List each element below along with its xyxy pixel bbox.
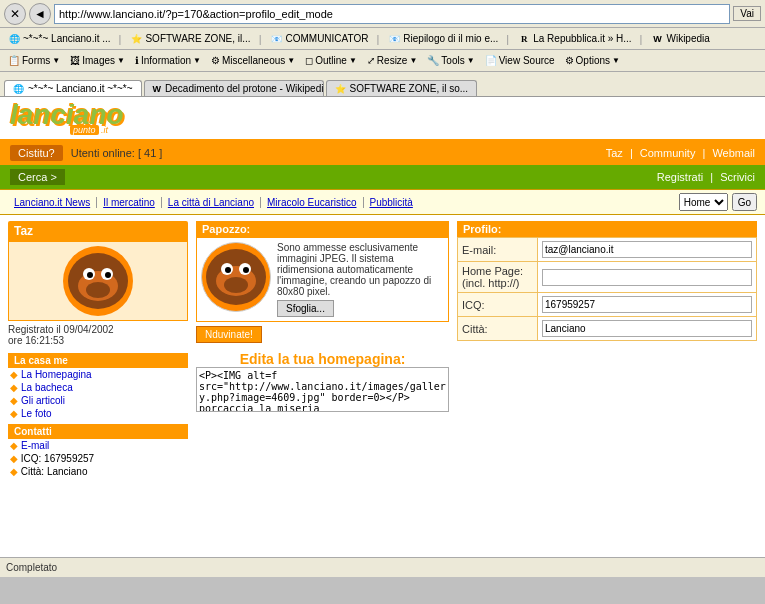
back-button[interactable]: ◄ (29, 3, 51, 25)
forms-icon: 📋 (8, 55, 20, 66)
site-header: lanciano punto .it (0, 97, 765, 141)
tab-icon: W (153, 84, 162, 94)
homepage-input[interactable] (542, 269, 752, 286)
edit-textarea[interactable]: <P><IMG alt=f src="http://www.lanciano.i… (196, 367, 449, 412)
cat-miracolo[interactable]: Miracolo Eucaristico (261, 197, 363, 208)
papozzo-description: Sono ammesse esclusivamente immagini JPE… (277, 242, 444, 317)
bookmark-lanciano[interactable]: 🌐 ~*~*~ Lanciano.it ... (4, 31, 114, 47)
go-button[interactable]: Go (732, 193, 757, 211)
svg-point-12 (243, 267, 249, 273)
icq-label: ICQ: (458, 293, 538, 317)
cat-news[interactable]: Lanciano.it News (8, 197, 97, 208)
cistitu-button[interactable]: Cistitu? (10, 145, 63, 161)
bookmark-icon: W (650, 32, 664, 46)
cerca-button[interactable]: Cerca > (10, 169, 65, 185)
close-button[interactable]: ✕ (4, 3, 26, 25)
taz-link[interactable]: Taz (606, 147, 623, 159)
tab-software-zone[interactable]: ⭐ SOFTWARE ZONE, il so... (326, 80, 478, 96)
papozzo-preview (201, 242, 271, 312)
category-right: Home Go (679, 193, 757, 211)
information-button[interactable]: ℹ Information▼ (131, 53, 205, 68)
bookmark-icon: ⭐ (129, 32, 143, 46)
section-casa-me: La casa me (8, 353, 188, 368)
email-cell (538, 238, 757, 262)
logo-area: lanciano punto .it (10, 101, 270, 135)
user-header: Taz (8, 221, 188, 241)
bookmark-wikipedia[interactable]: W Wikipedia (647, 31, 712, 47)
cat-pubblicita[interactable]: Pubblicità (364, 197, 419, 208)
right-column: Profilo: E-mail: Home Page:(incl. http:/… (457, 221, 757, 478)
resize-icon: ⤢ (367, 55, 375, 66)
green-right-links: Registrati | Scrivici (657, 171, 755, 183)
icq-cell (538, 293, 757, 317)
left-column: Taz Registrato il 09/04/2002 (8, 221, 188, 478)
tabs-bar: 🌐 ~*~*~ Lanciano.it ~*~*~ W Decadimento … (0, 72, 765, 96)
svg-point-5 (105, 272, 111, 278)
forms-button[interactable]: 📋 Forms▼ (4, 53, 64, 68)
bookmark-riepilogo[interactable]: 📧 Riepilogo di il mio e... (384, 31, 501, 47)
tools-icon: 🔧 (427, 55, 439, 66)
status-text: Completato (6, 562, 57, 573)
community-link[interactable]: Community (640, 147, 696, 159)
resize-button[interactable]: ⤢ Resize▼ (363, 53, 422, 68)
view-source-icon: 📄 (485, 55, 497, 66)
misc-icon: ⚙ (211, 55, 220, 66)
email-input[interactable] (542, 241, 752, 258)
nav-right-links: Taz | Community | Webmail (606, 147, 755, 159)
nduvinate-button[interactable]: Nduvinate! (196, 326, 262, 343)
papozzo-header: Papozzo: (196, 221, 449, 237)
email-label: E-mail: (458, 238, 538, 262)
user-registration: Registrato il 09/04/2002 ore 16:21:53 (8, 321, 188, 349)
outline-button[interactable]: ◻ Outline▼ (301, 53, 361, 68)
green-nav-bar: Cerca > Registrati | Scrivici (0, 165, 765, 189)
view-source-button[interactable]: 📄 View Source (481, 53, 559, 68)
go-button[interactable]: Vai (733, 6, 761, 21)
nav-toolbar: ✕ ◄ Vai (0, 0, 765, 28)
bookmark-icon: R (517, 32, 531, 46)
cat-mercatino[interactable]: Il mercatino (97, 197, 162, 208)
status-bar: Completato (0, 557, 765, 577)
homepagina-link[interactable]: ◆ La Homepagina (8, 368, 188, 381)
tab-wikipedia[interactable]: W Decadimento del protone - Wikipedia (144, 80, 324, 96)
logo-subtitle: punto .it (70, 125, 270, 135)
sfoglia-button[interactable]: Sfoglia... (277, 300, 334, 317)
tab-icon: ⭐ (335, 84, 346, 94)
page-content: lanciano punto .it Cistitu? Utenti onlin… (0, 97, 765, 557)
foto-link[interactable]: ◆ Le foto (8, 407, 188, 420)
images-icon: 🖼 (70, 55, 80, 66)
homepage-cell (538, 262, 757, 293)
orange-nav-bar: Cistitu? Utenti online: [ 41 ] Taz | Com… (0, 141, 765, 165)
registrati-link[interactable]: Registrati (657, 171, 703, 183)
category-links: Lanciano.it News Il mercatino La città d… (8, 197, 679, 208)
info-icon: ℹ (135, 55, 139, 66)
tab-lanciano[interactable]: 🌐 ~*~*~ Lanciano.it ~*~*~ (4, 80, 142, 96)
bookmark-icon: 📧 (387, 32, 401, 46)
images-button[interactable]: 🖼 Images▼ (66, 53, 129, 68)
tab-icon: 🌐 (13, 84, 24, 94)
edit-section: Edita la tua homepagina: <P><IMG alt=f s… (196, 351, 449, 414)
icq-input[interactable] (542, 296, 752, 313)
bookmarks-bar: 🌐 ~*~*~ Lanciano.it ... | ⭐ SOFTWARE ZON… (0, 28, 765, 50)
bookmark-communicator[interactable]: 📧 COMMUNICATOR (266, 31, 371, 47)
email-contact[interactable]: ◆ E-mail (8, 439, 188, 452)
home-select[interactable]: Home (679, 193, 728, 211)
cat-citta[interactable]: La città di Lanciano (162, 197, 261, 208)
tools-button[interactable]: 🔧 Tools▼ (423, 53, 478, 68)
svg-point-13 (224, 277, 248, 293)
bacheca-link[interactable]: ◆ La bacheca (8, 381, 188, 394)
citta-input[interactable] (542, 320, 752, 337)
options-button[interactable]: ⚙ Options▼ (561, 53, 624, 68)
miscellaneous-button[interactable]: ⚙ Miscellaneous▼ (207, 53, 299, 68)
papozzo-svg (202, 243, 270, 311)
bookmark-icon: 🌐 (7, 32, 21, 46)
bookmark-software-zone[interactable]: ⭐ SOFTWARE ZONE, il... (126, 31, 253, 47)
section-contatti: Contatti (8, 424, 188, 439)
icq-contact: ◆ ICQ: 167959257 (8, 452, 188, 465)
webmail-link[interactable]: Webmail (712, 147, 755, 159)
svg-point-4 (87, 272, 93, 278)
bookmark-repubblica[interactable]: R La Repubblica.it » H... (514, 31, 634, 47)
scrivici-link[interactable]: Scrivici (720, 171, 755, 183)
address-bar[interactable] (54, 4, 730, 24)
svg-point-11 (225, 267, 231, 273)
articoli-link[interactable]: ◆ Gli articoli (8, 394, 188, 407)
